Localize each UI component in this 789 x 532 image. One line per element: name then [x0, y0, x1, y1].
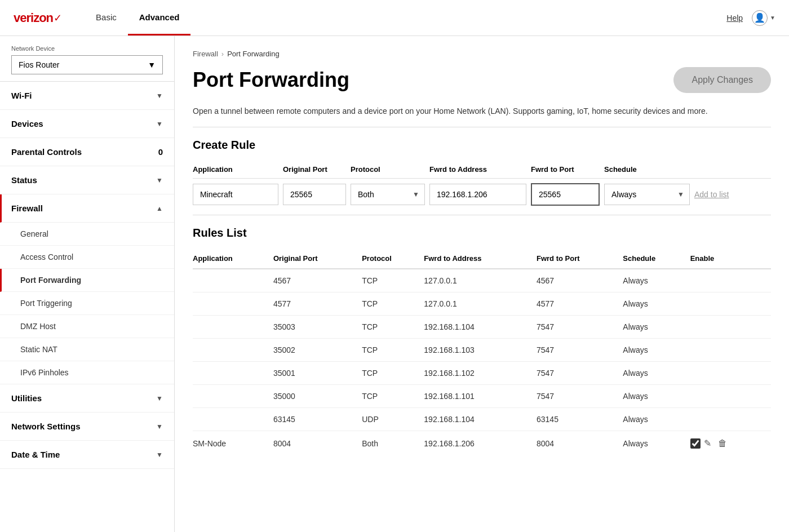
cell-fwrd-address: 127.0.0.1 — [424, 269, 537, 292]
nav-basic[interactable]: Basic — [85, 0, 128, 36]
cell-schedule: Always — [623, 362, 690, 385]
table-row: 35002 TCP 192.168.1.103 7547 Always — [193, 339, 771, 362]
sidebar-sub-static-nat[interactable]: Static NAT — [0, 338, 174, 361]
rules-col-fwrd-port: Fwrd to Port — [537, 249, 623, 269]
cell-schedule: Always — [623, 316, 690, 339]
cell-protocol: TCP — [362, 339, 424, 362]
devices-chevron-icon: ▼ — [156, 120, 163, 128]
sidebar-item-date-time[interactable]: Date & Time ▼ — [0, 441, 174, 469]
user-menu[interactable]: 👤 ▼ — [752, 10, 775, 26]
protocol-select[interactable]: TCP UDP Both — [351, 184, 425, 205]
cell-fwrd-port: 7547 — [537, 316, 623, 339]
network-settings-chevron-icon: ▼ — [156, 423, 163, 431]
cell-protocol: TCP — [362, 316, 424, 339]
breadcrumb-parent[interactable]: Firewall — [193, 50, 218, 58]
cell-fwrd-port: 8004 — [537, 431, 623, 456]
enable-checkbox[interactable] — [690, 438, 701, 449]
utilities-chevron-icon: ▼ — [156, 394, 163, 402]
cell-protocol: TCP — [362, 362, 424, 385]
col-application-create: Application — [193, 161, 283, 179]
firewall-chevron-icon: ▲ — [156, 205, 163, 212]
cell-schedule: Always — [623, 408, 690, 431]
rules-col-protocol: Protocol — [362, 249, 424, 269]
sidebar-item-wifi[interactable]: Wi-Fi ▼ — [0, 82, 174, 110]
sidebar-sub-ipv6-pinholes[interactable]: IPv6 Pinholes — [0, 361, 174, 384]
status-chevron-icon: ▼ — [156, 176, 163, 184]
cell-application — [193, 269, 273, 292]
enable-cell — [690, 408, 771, 431]
table-row: SM-Node 8004 Both 192.168.1.206 8004 Alw… — [193, 431, 771, 456]
breadcrumb-current: Port Forwarding — [227, 50, 279, 58]
cell-fwrd-port: 4567 — [537, 269, 623, 292]
cell-protocol: Both — [362, 431, 424, 456]
create-rule-table: Application Original Port Protocol Fwrd … — [193, 161, 771, 210]
schedule-select-wrapper: Always Custom ▼ — [604, 184, 690, 205]
sidebar-item-utilities-label: Utilities — [11, 393, 42, 403]
schedule-select[interactable]: Always Custom — [604, 184, 690, 205]
parental-badge: 0 — [158, 147, 163, 157]
cell-application — [193, 362, 273, 385]
sidebar-sub-general[interactable]: General — [0, 223, 174, 246]
rules-col-application: Application — [193, 249, 273, 269]
cell-fwrd-address: 192.168.1.103 — [424, 339, 537, 362]
device-value: Fios Router — [19, 60, 59, 69]
cell-application — [193, 408, 273, 431]
help-link[interactable]: Help — [726, 14, 743, 23]
sidebar-sub-port-triggering[interactable]: Port Triggering — [0, 292, 174, 315]
cell-fwrd-port: 63145 — [537, 408, 623, 431]
user-chevron-icon: ▼ — [770, 15, 775, 21]
sidebar-item-firewall[interactable]: Firewall ▲ — [0, 194, 174, 223]
cell-original-port: 35001 — [273, 362, 362, 385]
sidebar-item-firewall-label: Firewall — [11, 203, 43, 213]
cell-original-port: 35003 — [273, 316, 362, 339]
page-header: Port Forwarding Apply Changes — [193, 67, 771, 93]
user-icon: 👤 — [752, 10, 768, 26]
sidebar-sub-dmz-host[interactable]: DMZ Host — [0, 315, 174, 338]
create-rule-row: TCP UDP Both ▼ — [193, 179, 771, 211]
sidebar-sub-access-control[interactable]: Access Control — [0, 246, 174, 269]
device-selector[interactable]: Fios Router ▼ — [11, 55, 163, 74]
nav-advanced[interactable]: Advanced — [128, 0, 191, 36]
enable-cell — [690, 269, 771, 292]
apply-changes-button[interactable]: Apply Changes — [673, 67, 771, 93]
protocol-select-wrapper: TCP UDP Both ▼ — [351, 184, 425, 205]
sidebar-item-network-settings[interactable]: Network Settings ▼ — [0, 413, 174, 441]
sidebar-item-parental[interactable]: Parental Controls 0 — [0, 138, 174, 166]
cell-application — [193, 385, 273, 408]
cell-schedule: Always — [623, 269, 690, 292]
rules-col-fwrd-address: Fwrd to Address — [424, 249, 537, 269]
col-fwrd-address-create: Fwrd to Address — [429, 161, 531, 179]
application-input[interactable] — [193, 184, 278, 205]
cell-original-port: 63145 — [273, 408, 362, 431]
cell-original-port: 4577 — [273, 292, 362, 316]
cell-fwrd-address: 192.168.1.102 — [424, 362, 537, 385]
enable-cell: ✎ 🗑 — [690, 431, 771, 456]
cell-fwrd-port: 7547 — [537, 339, 623, 362]
cell-application — [193, 339, 273, 362]
rules-col-schedule: Schedule — [623, 249, 690, 269]
enable-cell — [690, 316, 771, 339]
col-fwrd-port-create: Fwrd to Port — [531, 161, 604, 179]
delete-icon[interactable]: 🗑 — [718, 438, 727, 449]
cell-schedule: Always — [623, 292, 690, 316]
sidebar-sub-port-forwarding[interactable]: Port Forwarding — [0, 269, 174, 292]
col-action-create — [694, 161, 771, 179]
cell-original-port: 4567 — [273, 269, 362, 292]
date-time-chevron-icon: ▼ — [156, 451, 163, 459]
edit-icon[interactable]: ✎ — [704, 438, 711, 449]
top-nav: verizon✓ Basic Advanced Help 👤 ▼ — [0, 0, 789, 36]
cell-protocol: TCP — [362, 292, 424, 316]
sidebar: Network Device Fios Router ▼ Wi-Fi ▼ Dev… — [0, 36, 175, 532]
cell-fwrd-port: 7547 — [537, 385, 623, 408]
fwrd-address-input[interactable] — [429, 184, 526, 205]
page-description: Open a tunnel between remote computers a… — [193, 107, 771, 127]
original-port-input[interactable] — [283, 184, 346, 205]
sidebar-item-devices[interactable]: Devices ▼ — [0, 110, 174, 138]
nav-links: Basic Advanced — [85, 0, 190, 36]
device-label: Network Device — [11, 45, 163, 52]
sidebar-item-status[interactable]: Status ▼ — [0, 166, 174, 194]
sidebar-item-utilities[interactable]: Utilities ▼ — [0, 384, 174, 413]
cell-protocol: TCP — [362, 269, 424, 292]
fwrd-port-input[interactable] — [531, 183, 600, 206]
add-to-list-button[interactable]: Add to list — [694, 190, 729, 199]
